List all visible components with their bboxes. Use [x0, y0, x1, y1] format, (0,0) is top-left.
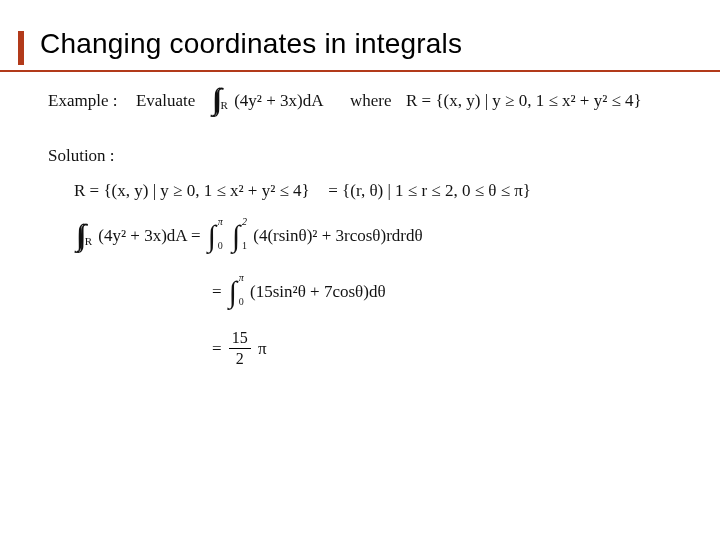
- slide: Changing coordinates in integrals Exampl…: [0, 0, 720, 540]
- fraction-numerator: 15: [229, 329, 251, 347]
- region-polar: = {(r, θ) | 1 ≤ r ≤ 2, 0 ≤ θ ≤ π}: [328, 182, 531, 199]
- slide-title: Changing coordinates in integrals: [40, 28, 462, 60]
- theta-lower: 0: [239, 297, 244, 307]
- outer-lower: 0: [218, 241, 223, 251]
- equals-sign-2: =: [212, 340, 222, 357]
- inner-upper: 2: [242, 217, 247, 227]
- example-line: Example : Evaluate ∫∫ R (4y² + 3x)dA whe…: [48, 88, 688, 112]
- solution-label: Solution :: [48, 146, 688, 166]
- where-word: where: [350, 92, 392, 109]
- double-integral-symbol-2: ∫∫ R: [76, 224, 92, 248]
- example-region: R = {(x, y) | y ≥ 0, 1 ≤ x² + y² ≤ 4}: [406, 92, 642, 109]
- title-text: Changing coordinates in integrals: [40, 28, 462, 60]
- inner-lower: 1: [242, 241, 247, 251]
- pi-symbol: π: [258, 340, 267, 357]
- equals-sign: =: [212, 283, 222, 300]
- theta-integral: ∫ π 0: [229, 275, 245, 309]
- solution-line-4: = 15 2 π: [48, 329, 688, 368]
- region-cartesian: R = {(x, y) | y ≥ 0, 1 ≤ x² + y² ≤ 4}: [74, 182, 310, 199]
- line3-body: (15sin²θ + 7cosθ)dθ: [250, 283, 385, 300]
- solution-line-3: = ∫ π 0 (15sin²θ + 7cosθ)dθ: [48, 275, 688, 309]
- solution-line-2: ∫∫ R (4y² + 3x)dA = ∫ π 0 ∫ 2 1 (4(rsinθ…: [48, 219, 688, 253]
- fraction-bar: [229, 348, 251, 349]
- outer-upper: π: [218, 217, 223, 227]
- outer-integral: ∫ π 0: [208, 219, 224, 253]
- evaluate-word: Evaluate: [136, 92, 195, 109]
- solution-line-1: R = {(x, y) | y ≥ 0, 1 ≤ x² + y² ≤ 4} = …: [48, 180, 688, 199]
- line2-rhs: (4(rsinθ)² + 3rcosθ)rdrdθ: [253, 227, 422, 244]
- line2-lhs: (4y² + 3x)dA =: [98, 227, 200, 244]
- title-underline: [0, 70, 720, 72]
- double-integral-symbol: ∫∫ R: [212, 88, 228, 112]
- inner-integral: ∫ 2 1: [232, 219, 248, 253]
- iint-region: R: [221, 99, 228, 111]
- fraction-denominator: 2: [229, 350, 251, 368]
- example-integrand: (4y² + 3x)dA: [234, 92, 323, 109]
- example-label: Example :: [48, 92, 117, 109]
- fraction-15-over-2: 15 2: [229, 329, 251, 368]
- slide-body: Example : Evaluate ∫∫ R (4y² + 3x)dA whe…: [48, 88, 688, 368]
- theta-upper: π: [239, 273, 244, 283]
- title-accent-bar: [18, 31, 24, 65]
- iint-region-2: R: [85, 235, 92, 247]
